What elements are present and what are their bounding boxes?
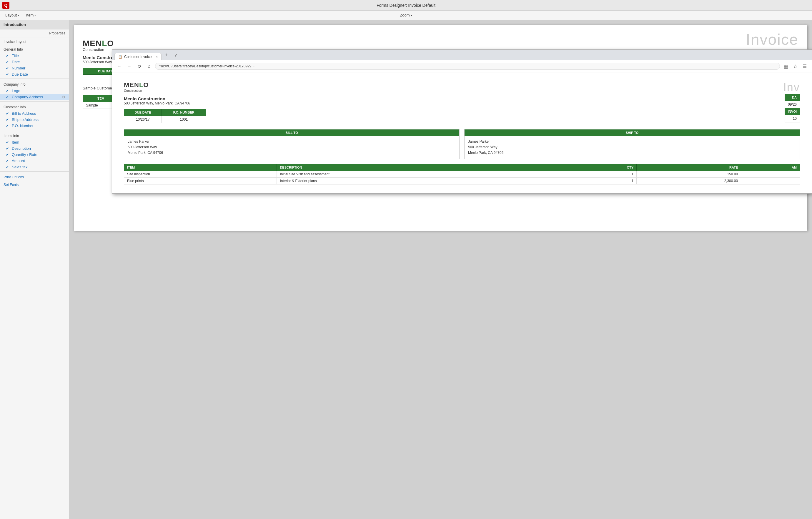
bill-ship-row: BILL TO James Parker 500 Jefferson Way M… — [124, 129, 800, 159]
section-customer-info: Customer Info — [0, 103, 69, 110]
app-title: Forms Designer: Invoice Default — [377, 3, 435, 8]
bill-to-body: James Parker 500 Jefferson Way Menlo Par… — [124, 136, 459, 159]
separator-4 — [0, 171, 69, 172]
home-button[interactable]: ⌂ — [145, 62, 153, 70]
section-company-info: Company Info — [0, 80, 69, 88]
nav-po-number[interactable]: ✔ P.O. Number — [0, 123, 69, 129]
col-rate: RATE — [637, 164, 741, 171]
bill-to-block: BILL TO James Parker 500 Jefferson Way M… — [124, 129, 460, 159]
check-icon-due-date: ✔ — [6, 73, 10, 77]
nav-qty-rate[interactable]: ✔ Quantity / Rate — [0, 151, 69, 158]
canvas-area: Invoice MENLO Construction Menlo Constru… — [69, 20, 812, 519]
nav-logo[interactable]: ✔ Logo — [0, 88, 69, 94]
bill-to-header: BILL TO — [124, 129, 459, 136]
nav-number[interactable]: ✔ Number — [0, 65, 69, 71]
menlo-logo: MENLO Construction — [124, 81, 149, 92]
row1-desc: Initial Site Visit and assessment — [277, 171, 569, 177]
section-set-fonts[interactable]: Set Fonts — [0, 180, 69, 188]
settings-button[interactable]: ☰ — [801, 62, 809, 70]
title-bar: Q Forms Designer: Invoice Default — [0, 0, 812, 10]
row2-rate: 2,300.00 — [637, 177, 741, 184]
browser-actions: ▦ ☆ ☰ — [782, 62, 809, 70]
check-icon-ship-to: ✔ — [6, 118, 10, 122]
ship-to-name: James Parker — [468, 139, 796, 144]
new-tab-button[interactable]: + — [162, 51, 170, 59]
nav-bill-to[interactable]: ✔ Bill to Address — [0, 110, 69, 116]
favorite-button[interactable]: ☆ — [791, 62, 799, 70]
invoice-company-name: Menlo Construction — [124, 96, 783, 101]
ship-to-address1: 500 Jefferson Way — [468, 144, 796, 150]
row2-amount — [741, 177, 800, 184]
col-item: ITEM — [124, 164, 277, 171]
section-print-options[interactable]: Print Options — [0, 173, 69, 180]
layout-menu[interactable]: Layout ▾ — [2, 12, 22, 19]
check-icon-sales-tax: ✔ — [6, 165, 10, 169]
bookmark-list-button[interactable]: ▦ — [782, 62, 790, 70]
section-invoice-layout: Invoice Layout — [0, 37, 69, 45]
ship-to-body: James Parker 500 Jefferson Way Menlo Par… — [465, 136, 800, 159]
ship-to-header: SHIP TO — [465, 129, 800, 136]
table-row: Blue prints Interior & Exterior plans 1 … — [124, 177, 800, 184]
zoom-menu[interactable]: Zoom ▾ — [397, 12, 415, 19]
browser-window: 📋 Customer Invoice × + ∨ ← → ↺ ⌂ ▦ ☆ — [112, 50, 812, 194]
section-items-info: Items Info — [0, 132, 69, 139]
layout-menu-chevron: ▾ — [18, 14, 19, 17]
browser-tab-bar: 📋 Customer Invoice × + ∨ — [112, 50, 812, 60]
invoice-header-row: MENLO Construction Menlo Construction 50… — [124, 81, 800, 123]
app-icon: Q — [2, 2, 9, 9]
gear-icon[interactable]: ⚙ — [62, 95, 65, 99]
browser-nav: ← → ↺ ⌂ ▦ ☆ ☰ — [112, 60, 812, 73]
nav-ship-to[interactable]: ✔ Ship to Address — [0, 116, 69, 123]
col-amount: AM — [741, 164, 800, 171]
check-icon-logo: ✔ — [6, 89, 10, 93]
tab-close-button[interactable]: × — [156, 55, 158, 59]
check-icon-title: ✔ — [6, 54, 10, 58]
separator-2 — [0, 101, 69, 102]
menu-bar: Layout ▾ Item ▾ Zoom ▾ — [0, 10, 812, 20]
check-icon-number: ✔ — [6, 66, 10, 70]
nav-description[interactable]: ✔ Description — [0, 145, 69, 151]
zoom-menu-chevron: ▾ — [411, 14, 412, 17]
row2-item: Blue prints — [124, 177, 277, 184]
check-icon-bill-to: ✔ — [6, 112, 10, 116]
section-general-info: General Info — [0, 45, 69, 53]
col-description: DESCRIPTION — [277, 164, 569, 171]
item-menu[interactable]: Item ▾ — [23, 12, 39, 19]
left-panel: Introduction Properties Invoice Layout G… — [0, 20, 69, 519]
forward-button[interactable]: → — [125, 62, 133, 70]
browser-tab-active[interactable]: 📋 Customer Invoice × — [114, 53, 162, 60]
reload-button[interactable]: ↺ — [135, 62, 143, 70]
check-icon-amount: ✔ — [6, 159, 10, 163]
nav-item[interactable]: ✔ Item — [0, 139, 69, 145]
tab-icon: 📋 — [118, 55, 122, 59]
row1-item: Site inspection — [124, 171, 277, 177]
nav-sales-tax[interactable]: ✔ Sales tax — [0, 164, 69, 170]
nav-title[interactable]: ✔ Title — [0, 53, 69, 59]
main-layout: Introduction Properties Invoice Layout G… — [0, 20, 812, 519]
nav-company-address[interactable]: ✔ Company Address ⚙ — [0, 94, 69, 100]
more-tabs-button[interactable]: ∨ — [172, 51, 180, 59]
row2-desc: Interior & Exterior plans — [277, 177, 569, 184]
separator-1 — [0, 79, 69, 79]
invoice-info-block: Inv DA 09/26 INVOI — [783, 81, 800, 122]
invoice-company-address: 500 Jefferson Way, Menlo Park, CA 94706 — [124, 101, 783, 105]
check-icon-date: ✔ — [6, 60, 10, 64]
tab-label: Customer Invoice — [124, 55, 151, 59]
col-qty: QTY — [569, 164, 637, 171]
items-table-header: ITEM DESCRIPTION QTY RATE AM — [124, 164, 800, 171]
panel-header: Introduction — [0, 20, 69, 29]
check-icon-item: ✔ — [6, 140, 10, 144]
invoice-content: MENLO Construction Menlo Construction 50… — [112, 73, 812, 193]
address-bar[interactable] — [155, 63, 780, 70]
items-table-body: Site inspection Initial Site Visit and a… — [124, 171, 800, 184]
table-row: Site inspection Initial Site Visit and a… — [124, 171, 800, 177]
properties-label: Properties — [0, 29, 69, 37]
bill-to-address2: Menlo Park, CA 94706 — [128, 150, 456, 156]
back-button[interactable]: ← — [115, 62, 123, 70]
nav-due-date[interactable]: ✔ Due Date — [0, 71, 69, 77]
nav-amount[interactable]: ✔ Amount — [0, 158, 69, 164]
check-icon-qty-rate: ✔ — [6, 153, 10, 157]
nav-date[interactable]: ✔ Date — [0, 59, 69, 65]
bill-to-name: James Parker — [128, 139, 456, 144]
check-icon-company-address: ✔ — [6, 95, 10, 99]
